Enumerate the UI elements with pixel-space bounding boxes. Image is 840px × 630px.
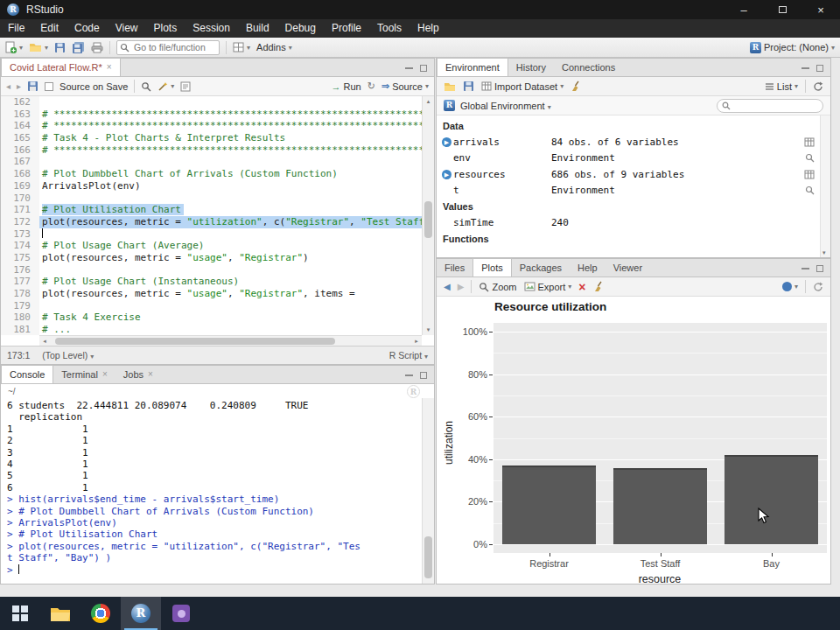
tab-console[interactable]: Console	[1, 365, 53, 383]
line-number[interactable]: 173	[1, 228, 39, 241]
environment-search-box[interactable]	[717, 99, 823, 113]
scrollbar-thumb[interactable]	[424, 536, 432, 578]
expand-arrow-icon[interactable]: ▶	[440, 137, 453, 147]
publish-button[interactable]: ▾	[782, 282, 798, 291]
doc-type-selector[interactable]: R Script ▾	[389, 350, 428, 360]
taskbar-app-purple[interactable]	[161, 597, 201, 630]
code-line-178[interactable]: 178plot(resources, metric = "usage", "Re…	[1, 288, 422, 300]
tab-environment[interactable]: Environment	[437, 58, 508, 76]
minimize-pane-icon[interactable]	[405, 374, 413, 376]
scrollbar-thumb[interactable]	[424, 201, 432, 238]
code-line-179[interactable]: 179	[1, 300, 422, 312]
tab-history[interactable]: History	[508, 59, 554, 76]
scroll-down-icon[interactable]: ▾	[423, 325, 434, 335]
goto-file-box[interactable]	[116, 40, 220, 55]
remove-plot-icon[interactable]: ×	[578, 282, 585, 292]
workspace-panes-button[interactable]: ▾	[233, 42, 250, 52]
code-line-164[interactable]: 164# ***********************************…	[1, 120, 422, 132]
line-number[interactable]: 166	[1, 144, 39, 157]
code-line-175[interactable]: 175plot(resources, metric = "usage", "Re…	[1, 252, 422, 264]
line-number[interactable]: 164	[1, 120, 39, 132]
line-number[interactable]: 167	[1, 156, 39, 168]
code-line-181[interactable]: 181# ...	[1, 324, 422, 335]
editor-vertical-scrollbar[interactable]: ▴ ▾	[422, 96, 434, 335]
back-icon[interactable]: ◂	[6, 81, 10, 91]
minimize-pane-icon[interactable]	[802, 268, 809, 270]
taskbar-file-explorer[interactable]	[40, 597, 80, 630]
minimize-pane-icon[interactable]	[405, 67, 413, 69]
env-row-resources[interactable]: ▶ resources 686 obs. of 9 variables	[437, 166, 820, 183]
clear-broom-icon[interactable]	[570, 80, 582, 92]
taskbar-chrome[interactable]	[80, 597, 121, 630]
tab-connections[interactable]: Connections	[554, 59, 623, 76]
maximize-pane-icon[interactable]	[816, 65, 823, 72]
line-number[interactable]: 172	[1, 216, 39, 228]
menu-item-profile[interactable]: Profile	[324, 19, 369, 38]
compile-report-icon[interactable]	[180, 81, 191, 92]
line-number[interactable]: 162	[1, 96, 39, 108]
menu-item-tools[interactable]: Tools	[369, 19, 410, 38]
code-line-173[interactable]: 173	[1, 228, 422, 241]
goto-file-input[interactable]	[132, 41, 213, 53]
env-row-env[interactable]: env Environment	[437, 150, 820, 167]
source-button[interactable]: ⇒ Source ▾	[382, 80, 429, 92]
console-scrollbar[interactable]	[422, 398, 434, 584]
maximize-pane-icon[interactable]	[420, 65, 427, 72]
minimize-pane-icon[interactable]	[802, 67, 809, 69]
menu-item-file[interactable]: File	[0, 19, 32, 38]
code-line-172[interactable]: 172plot(resources, metric = "utilization…	[1, 216, 422, 228]
close-window-button[interactable]: ×	[802, 0, 840, 19]
scrollbar-thumb[interactable]	[55, 338, 335, 345]
tab-help[interactable]: Help	[570, 259, 606, 276]
tab-jobs[interactable]: Jobs×	[116, 366, 161, 383]
view-table-icon[interactable]	[799, 137, 820, 147]
console-output[interactable]: 6 students 22.444811 20.089074 0.240809 …	[1, 398, 422, 584]
scope-selector[interactable]: (Top Level) ▾	[42, 350, 94, 360]
inspect-icon[interactable]	[799, 153, 820, 163]
tab-packages[interactable]: Packages	[512, 259, 570, 276]
code-line-167[interactable]: 167	[1, 156, 422, 168]
maximize-pane-icon[interactable]	[816, 265, 823, 272]
scroll-down-icon[interactable]: ▾	[822, 249, 826, 256]
maximize-pane-icon[interactable]	[420, 372, 427, 379]
code-line-169[interactable]: 169ArrivalsPlot(env)	[1, 180, 422, 192]
line-number[interactable]: 165	[1, 132, 39, 144]
code-line-163[interactable]: 163# ***********************************…	[1, 108, 422, 121]
line-number[interactable]: 170	[1, 192, 39, 205]
line-number[interactable]: 171	[1, 204, 39, 216]
code-line-171[interactable]: 171# Plot Utilisation Chart	[1, 204, 422, 216]
editor-lines[interactable]: 162163# ********************************…	[1, 96, 422, 335]
forward-icon[interactable]: ▸	[17, 81, 21, 91]
env-row-simtime[interactable]: simTime 240	[437, 214, 820, 231]
code-line-162[interactable]: 162	[1, 96, 422, 108]
line-number[interactable]: 181	[1, 324, 39, 335]
code-tools-button[interactable]: ▾	[158, 81, 174, 92]
run-button[interactable]: → Run	[332, 81, 361, 92]
close-tab-icon[interactable]: ×	[107, 59, 112, 76]
line-number[interactable]: 176	[1, 264, 39, 276]
clear-plots-broom-icon[interactable]	[593, 281, 605, 292]
code-line-165[interactable]: 165# Task 4 - Plot Charts & Interpret Re…	[1, 132, 422, 144]
inspect-icon[interactable]	[799, 186, 820, 195]
environment-scope-selector[interactable]: Global Environment ▾	[460, 101, 551, 111]
scroll-left-icon[interactable]: ◂	[39, 338, 50, 345]
line-number[interactable]: 168	[1, 168, 39, 180]
menu-item-build[interactable]: Build	[238, 19, 277, 38]
start-button[interactable]	[0, 597, 40, 630]
line-number[interactable]: 169	[1, 180, 39, 192]
export-button[interactable]: Export ▾	[524, 282, 572, 292]
line-number[interactable]: 174	[1, 240, 39, 252]
taskbar-rstudio[interactable]: R	[121, 597, 161, 630]
print-button[interactable]	[91, 42, 103, 53]
code-line-170[interactable]: 170	[1, 192, 422, 205]
scroll-right-icon[interactable]: ▸	[411, 338, 422, 345]
expand-arrow-icon[interactable]: ▶	[440, 170, 453, 179]
maximize-window-button[interactable]	[763, 0, 802, 19]
source-on-save-checkbox[interactable]	[45, 82, 53, 91]
editor-horizontal-scrollbar[interactable]: ◂ ▸	[39, 335, 422, 346]
code-line-168[interactable]: 168# Plot Dumbbell Chart of Arrivals (Cu…	[1, 168, 422, 180]
close-tab-icon[interactable]: ×	[148, 366, 153, 383]
line-number[interactable]: 178	[1, 288, 39, 300]
code-line-177[interactable]: 177# Plot Usage Chart (Instantaneous)	[1, 276, 422, 288]
rerun-button[interactable]: ↻	[368, 80, 375, 92]
